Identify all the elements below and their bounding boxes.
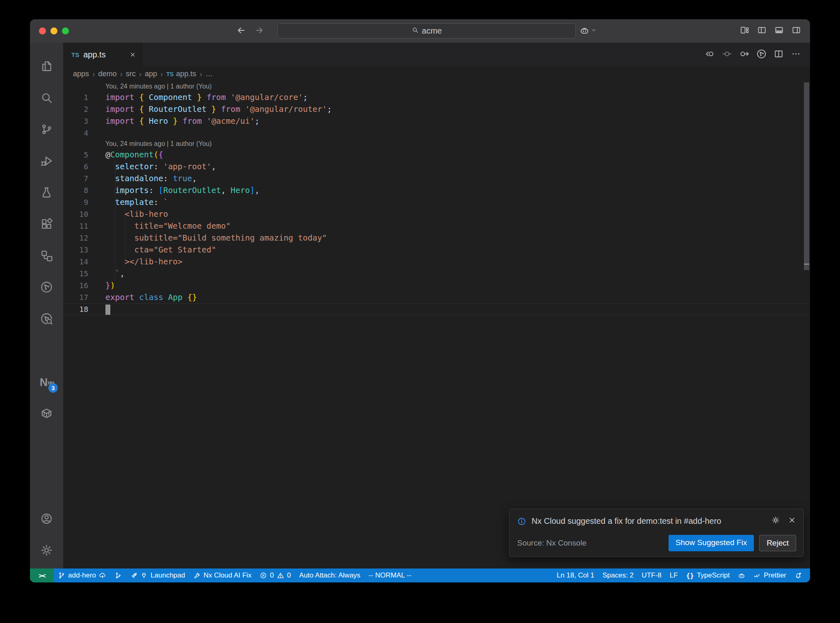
breadcrumb-item[interactable]: … xyxy=(205,70,213,78)
code-line[interactable]: 6 selector: 'app-root', xyxy=(63,161,810,173)
status-remote-indicator[interactable]: >< xyxy=(30,568,54,582)
status-formatter-prettier[interactable]: Prettier xyxy=(749,568,790,582)
nav-location-icon[interactable] xyxy=(722,49,732,61)
breadcrumb-item[interactable]: demo xyxy=(98,70,116,78)
activity-item-edge-devtools[interactable] xyxy=(30,335,63,367)
status-encoding[interactable]: UTF-8 xyxy=(638,568,666,582)
split-editor-icon[interactable] xyxy=(774,49,784,61)
status-notifications[interactable] xyxy=(790,568,806,582)
codelens-annotation[interactable]: You, 24 minutes ago | 1 author (You) xyxy=(63,82,810,91)
code-text: subtitle="Build something amazing today" xyxy=(88,232,327,244)
toggle-secondary-sidebar-icon[interactable] xyxy=(792,25,801,36)
nav-forward-icon[interactable] xyxy=(739,49,749,61)
codelens-annotation[interactable]: You, 24 minutes ago | 1 author (You) xyxy=(63,139,810,149)
status-cursor-position[interactable]: Ln 18, Col 1 xyxy=(552,568,598,582)
breadcrumb-item[interactable]: app.ts xyxy=(176,70,196,78)
breadcrumb-item[interactable]: apps xyxy=(73,70,89,78)
status-launchpad[interactable]: Launchpad xyxy=(126,568,189,582)
activity-item-nx-project-details[interactable] xyxy=(30,304,63,335)
nav-back-icon[interactable] xyxy=(705,49,715,61)
code-line[interactable]: 5@Component({ xyxy=(63,149,810,161)
customize-layout-icon[interactable] xyxy=(740,25,749,36)
activity-item-source-control[interactable] xyxy=(30,114,63,146)
code-line[interactable]: 13 cta="Get Started" xyxy=(63,244,810,256)
code-text: cta="Get Started" xyxy=(88,244,216,256)
line-number: 11 xyxy=(63,222,88,230)
status-copilot-status[interactable] xyxy=(734,568,749,582)
code-line[interactable]: 14 ></lib-hero> xyxy=(63,256,810,268)
toggle-primary-sidebar-icon[interactable] xyxy=(757,25,767,36)
reject-button[interactable]: Reject xyxy=(759,535,796,551)
activity-item-dev-containers[interactable] xyxy=(30,398,63,430)
code-line[interactable]: 4 xyxy=(63,127,810,139)
breadcrumb-item[interactable]: app xyxy=(145,70,157,78)
status-branch-add-hero[interactable]: add-hero xyxy=(54,568,110,582)
code-line[interactable]: 2import { RouterOutlet } from '@angular/… xyxy=(63,103,810,115)
activity-item-manage[interactable] xyxy=(30,535,63,567)
code-line[interactable]: 3import { Hero } from '@acme/ui'; xyxy=(63,115,810,127)
activity-item-run-and-debug[interactable] xyxy=(30,146,63,177)
code-line[interactable]: 8 imports: [RouterOutlet, Hero], xyxy=(63,184,810,196)
vertical-scrollbar[interactable] xyxy=(804,82,810,568)
history-back-icon[interactable] xyxy=(236,25,246,37)
breadcrumb-separator: › xyxy=(160,70,163,79)
code-line[interactable]: 9 template: ` xyxy=(63,196,810,208)
status-label: 0 xyxy=(270,571,274,580)
status-auto-attach[interactable]: Auto Attach: Always xyxy=(295,568,364,582)
code-line[interactable]: 11 title="Welcmoe demo" xyxy=(63,220,810,232)
breadcrumb-separator: › xyxy=(120,70,122,79)
code-line[interactable]: 10 <lib-hero xyxy=(63,208,810,220)
status-nx-cloud-ai-fix[interactable]: Nx Cloud AI Fix xyxy=(189,568,256,582)
activity-item-accounts[interactable] xyxy=(30,504,63,535)
activity-item-explorer[interactable] xyxy=(30,51,63,83)
zoom-window-button[interactable] xyxy=(62,27,69,34)
code-line[interactable]: 18 xyxy=(63,303,810,315)
code-line[interactable]: 12 subtitle="Build something amazing tod… xyxy=(63,232,810,244)
notification-settings-icon[interactable] xyxy=(772,516,780,526)
code-line[interactable]: 16}) xyxy=(63,280,810,291)
status-problems[interactable]: 00 xyxy=(256,568,295,582)
status-vim-mode[interactable]: -- NORMAL -- xyxy=(365,568,415,582)
code-line[interactable]: 15 `, xyxy=(63,268,810,280)
status-language-mode[interactable]: {}TypeScript xyxy=(682,568,734,582)
activity-item-extensions[interactable] xyxy=(30,209,63,241)
code-line[interactable]: 7 standalone: true, xyxy=(63,173,810,184)
activity-item-nx-hierarchy[interactable] xyxy=(30,241,63,272)
code-text: import { Component } from '@angular/core… xyxy=(88,91,308,103)
nx-target-graph-icon[interactable] xyxy=(756,49,767,61)
graph-circle-icon xyxy=(40,281,53,295)
gear-icon xyxy=(40,544,53,558)
code-line[interactable]: 17export class App {} xyxy=(63,291,810,303)
line-number: 16 xyxy=(63,281,88,290)
editor-pane[interactable]: You, 24 minutes ago | 1 author (You)1imp… xyxy=(63,82,810,568)
close-window-button[interactable] xyxy=(39,27,46,34)
text-cursor xyxy=(105,305,110,315)
status-label: Ln 18, Col 1 xyxy=(557,571,594,580)
show-suggested-fix-button[interactable]: Show Suggested Fix xyxy=(669,535,754,551)
line-number: 7 xyxy=(63,174,88,183)
activity-item-nx-project-graph[interactable] xyxy=(30,272,63,304)
hierarchy-icon xyxy=(40,249,53,264)
notification-source: Source: Nx Console xyxy=(517,539,587,548)
activity-item-testing[interactable] xyxy=(30,177,63,209)
close-tab-icon[interactable] xyxy=(130,52,136,58)
activity-item-nx-console[interactable]: N»»3 xyxy=(30,367,63,398)
line-number: 6 xyxy=(63,162,88,171)
copilot-menu[interactable] xyxy=(580,19,597,43)
scrollbar-thumb[interactable] xyxy=(804,82,809,270)
status-indentation[interactable]: Spaces: 2 xyxy=(598,568,638,582)
toggle-panel-icon[interactable] xyxy=(774,25,784,36)
status-eol[interactable]: LF xyxy=(666,568,682,582)
command-center-search[interactable]: acme xyxy=(277,23,576,39)
tab-app-ts[interactable]: TS app.ts xyxy=(63,43,142,66)
status-source-control-graph[interactable] xyxy=(110,568,126,582)
notification-close-icon[interactable] xyxy=(788,516,796,526)
notification-toast: Nx Cloud suggested a fix for demo:test i… xyxy=(509,509,804,557)
breadcrumb-item[interactable]: src xyxy=(126,70,136,78)
code-line[interactable]: 1import { Component } from '@angular/cor… xyxy=(63,91,810,103)
history-forward-icon[interactable] xyxy=(254,25,264,37)
minimize-window-button[interactable] xyxy=(50,27,57,34)
activity-item-search[interactable] xyxy=(30,83,63,114)
more-actions-icon[interactable] xyxy=(791,49,801,61)
vscode-window: acme N»»3 TS app.ts xyxy=(30,19,810,582)
